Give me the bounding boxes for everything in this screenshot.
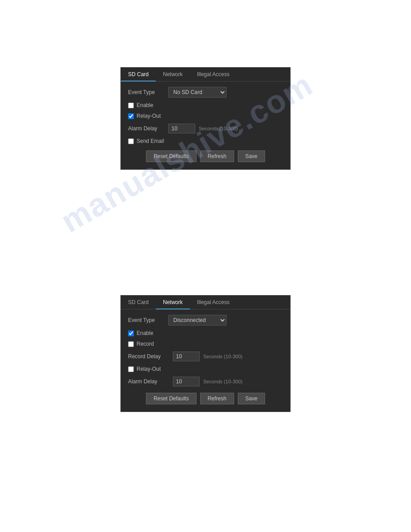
refresh-button-1[interactable]: Refresh (200, 150, 234, 162)
button-row-2: Reset Defaults Refresh Save (128, 393, 283, 404)
alarm-delay-hint-1: Seconds (10-300) (199, 126, 238, 131)
tab-sd-card-1[interactable]: SD Card (121, 68, 156, 81)
event-type-label-1: Event Type (128, 89, 168, 95)
enable-label-2: Enable (137, 330, 153, 336)
button-row-1: Reset Defaults Refresh Save (128, 150, 283, 162)
send-email-row-1: Send Email (128, 138, 283, 144)
enable-label-1: Enable (137, 102, 153, 108)
enable-row-1: Enable (128, 102, 283, 108)
tab-network-2[interactable]: Network (156, 296, 190, 309)
panel2-form: Event Type Disconnected IP Conflict MAC … (121, 309, 290, 412)
tab-bar-1: SD Card Network Illegal Access (121, 68, 290, 82)
reset-defaults-button-2[interactable]: Reset Defaults (146, 393, 197, 404)
enable-checkbox-1[interactable] (128, 103, 134, 108)
relay-out-label-2: Relay-Out (137, 366, 161, 372)
send-email-label-1: Send Email (137, 138, 164, 144)
reset-defaults-button-1[interactable]: Reset Defaults (146, 150, 197, 162)
record-delay-label-2: Record Delay (128, 353, 173, 360)
save-button-1[interactable]: Save (238, 150, 265, 162)
event-type-label-2: Event Type (128, 317, 168, 323)
alarm-delay-hint-2: Seconds (10-300) (203, 379, 242, 384)
refresh-button-2[interactable]: Refresh (200, 393, 234, 404)
tab-illegal-access-2[interactable]: Illegal Access (190, 296, 237, 309)
event-type-select-1[interactable]: No SD Card SD Card Error SD Card Full (168, 87, 227, 98)
record-label-2: Record (137, 341, 154, 347)
relay-out-checkbox-1[interactable] (128, 113, 134, 119)
enable-checkbox-2[interactable] (128, 330, 134, 336)
tab-illegal-access-1[interactable]: Illegal Access (190, 68, 237, 81)
tab-bar-2: SD Card Network Illegal Access (121, 296, 290, 309)
record-checkbox-2[interactable] (128, 341, 134, 347)
relay-out-row-1: Relay-Out (128, 113, 283, 119)
save-button-2[interactable]: Save (238, 393, 265, 404)
enable-row-2: Enable (128, 330, 283, 336)
relay-out-label-1: Relay-Out (137, 113, 161, 119)
event-type-select-2[interactable]: Disconnected IP Conflict MAC Conflict (168, 315, 227, 326)
sd-card-panel: SD Card Network Illegal Access Event Typ… (120, 67, 291, 170)
tab-network-1[interactable]: Network (156, 68, 190, 81)
alarm-delay-label-2: Alarm Delay (128, 378, 173, 385)
alarm-delay-row-1: Alarm Delay 10 Seconds (10-300) (128, 124, 283, 133)
record-delay-row-2: Record Delay Seconds (10-300) (128, 352, 283, 361)
alarm-delay-input-1[interactable]: 10 (168, 124, 195, 133)
record-delay-hint-2: Seconds (10-300) (203, 354, 242, 359)
panel1-form: Event Type No SD Card SD Card Error SD C… (121, 82, 290, 169)
alarm-delay-label-1: Alarm Delay (128, 125, 168, 132)
alarm-delay-input-2[interactable] (173, 377, 200, 386)
event-type-row-2: Event Type Disconnected IP Conflict MAC … (128, 315, 283, 326)
send-email-checkbox-1[interactable] (128, 138, 134, 144)
alarm-delay-row-2: Alarm Delay Seconds (10-300) (128, 377, 283, 386)
tab-sd-card-2[interactable]: SD Card (121, 296, 156, 309)
relay-out-row-2: Relay-Out (128, 366, 283, 372)
relay-out-checkbox-2[interactable] (128, 366, 134, 372)
record-delay-input-2[interactable] (173, 352, 200, 361)
record-row-2: Record (128, 341, 283, 347)
network-panel: SD Card Network Illegal Access Event Typ… (120, 295, 291, 412)
event-type-row-1: Event Type No SD Card SD Card Error SD C… (128, 87, 283, 98)
